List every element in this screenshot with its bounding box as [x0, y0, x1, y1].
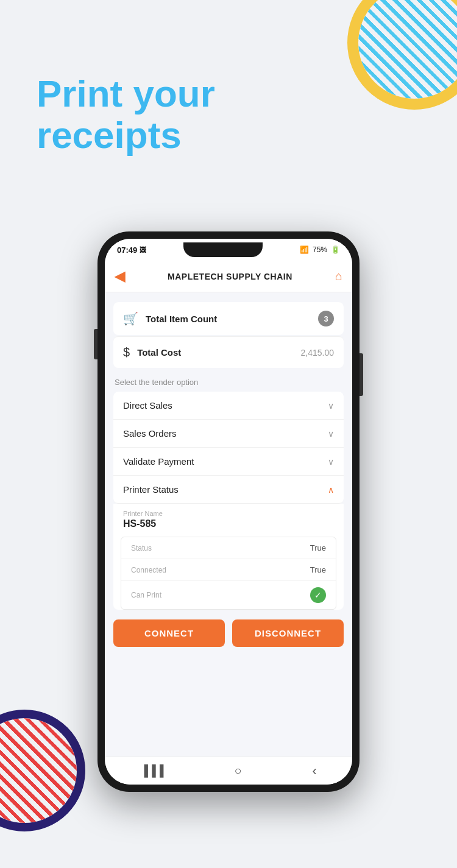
- sales-orders-label: Sales Orders: [123, 428, 177, 439]
- printer-name-label: Printer Name: [113, 504, 344, 518]
- phone-outer: 07:49 🖼 📶 75% 🔋 ◀ MAPLETECH SUPPLY CHAIN…: [97, 231, 360, 792]
- signal-icon: 📶: [300, 245, 309, 254]
- notch-area: [183, 242, 263, 257]
- battery-icon: 🔋: [331, 245, 340, 254]
- connected-value: True: [310, 565, 326, 574]
- back-button[interactable]: ◀: [115, 269, 125, 284]
- direct-sales-row[interactable]: Direct Sales ∨: [113, 392, 344, 420]
- app-title: MAPLETECH SUPPLY CHAIN: [168, 272, 292, 281]
- tender-section-label: Select the tender option: [113, 378, 344, 387]
- direct-sales-label: Direct Sales: [123, 400, 172, 411]
- phone-mockup: 07:49 🖼 📶 75% 🔋 ◀ MAPLETECH SUPPLY CHAIN…: [97, 231, 360, 792]
- hero-line1: Print your: [37, 73, 215, 115]
- decorative-circle-top-right: [347, 0, 457, 110]
- phone-screen: 07:49 🖼 📶 75% 🔋 ◀ MAPLETECH SUPPLY CHAIN…: [105, 239, 352, 785]
- connected-key: Connected: [131, 566, 166, 574]
- disconnect-button[interactable]: DISCONNECT: [232, 619, 344, 647]
- battery-value: 75%: [313, 245, 327, 254]
- can-print-key: Can Print: [131, 591, 161, 599]
- status-key: Status: [131, 544, 152, 552]
- screenshot-icon: 🖼: [140, 246, 146, 253]
- status-row: Status True: [121, 537, 336, 559]
- status-value: True: [310, 543, 326, 552]
- direct-sales-chevron: ∨: [328, 401, 334, 411]
- status-bar: 07:49 🖼 📶 75% 🔋: [105, 239, 352, 261]
- basket-icon: 🛒: [123, 311, 138, 326]
- home-button[interactable]: ⌂: [335, 269, 342, 283]
- sales-orders-chevron: ∨: [328, 429, 334, 439]
- total-item-count-card: 🛒 Total Item Count 3: [113, 302, 344, 335]
- hero-line2: receipts: [37, 115, 215, 156]
- total-cost-value: 2,415.00: [301, 348, 335, 358]
- validate-payment-label: Validate Payment: [123, 456, 194, 467]
- validate-payment-row[interactable]: Validate Payment ∨: [113, 448, 344, 476]
- dropdowns-group: Direct Sales ∨ Sales Orders ∨ Validate P…: [113, 392, 344, 504]
- hero-text: Print your receipts: [37, 73, 215, 156]
- total-cost-card: $ Total Cost 2,415.00: [113, 336, 344, 368]
- connect-button[interactable]: CONNECT: [113, 619, 225, 647]
- printer-status-table: Status True Connected True Can Print ✓: [121, 537, 336, 610]
- can-print-row: Can Print ✓: [121, 581, 336, 609]
- phone-nav-bar: ▐▐▐ ○ ‹: [105, 757, 352, 785]
- printer-status-section: Printer Name HS-585 Status True Connecte…: [113, 504, 344, 610]
- printer-status-row[interactable]: Printer Status ∧: [113, 476, 344, 504]
- printer-name-value: HS-585: [113, 518, 344, 537]
- app-header: ◀ MAPLETECH SUPPLY CHAIN ⌂: [105, 261, 352, 292]
- nav-home-icon[interactable]: ○: [234, 764, 241, 778]
- printer-status-label: Printer Status: [123, 484, 179, 495]
- sales-orders-row[interactable]: Sales Orders ∨: [113, 420, 344, 448]
- nav-back-icon[interactable]: ‹: [313, 763, 317, 779]
- validate-payment-chevron: ∨: [328, 457, 334, 467]
- printer-status-chevron: ∧: [328, 485, 334, 495]
- summary-cards: 🛒 Total Item Count 3 $ Total Cost 2,415.…: [113, 302, 344, 369]
- item-count-badge: 3: [318, 311, 334, 326]
- nav-recent-icon[interactable]: ▐▐▐: [140, 764, 163, 777]
- total-cost-label: Total Cost: [137, 347, 181, 358]
- action-buttons: CONNECT DISCONNECT: [113, 619, 344, 652]
- connected-row: Connected True: [121, 559, 336, 581]
- status-time: 07:49 🖼: [117, 245, 146, 255]
- dollar-icon: $: [123, 345, 130, 359]
- app-content: 🛒 Total Item Count 3 $ Total Cost 2,415.…: [105, 292, 352, 757]
- total-item-count-label: Total Item Count: [146, 314, 217, 324]
- decorative-circle-bottom-left: [0, 710, 85, 831]
- status-icons: 📶 75% 🔋: [300, 245, 340, 254]
- notch: [183, 242, 263, 257]
- can-print-checkmark: ✓: [310, 587, 326, 603]
